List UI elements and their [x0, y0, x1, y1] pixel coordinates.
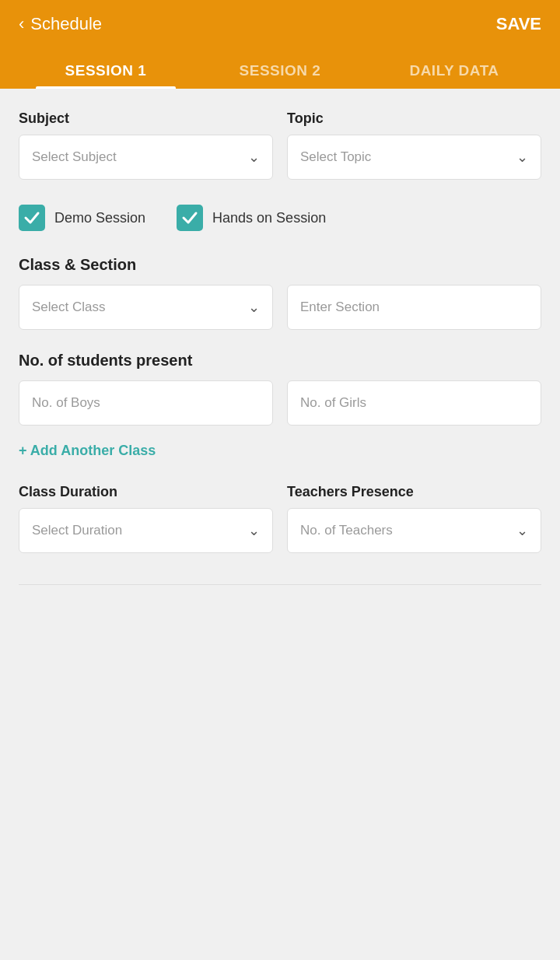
duration-placeholder: Select Duration	[32, 523, 122, 538]
girls-field-group: No. of Girls	[287, 380, 541, 426]
add-another-class-button[interactable]: + Add Another Class	[19, 443, 156, 459]
section-field-group: Enter Section	[287, 285, 541, 330]
tab-session2[interactable]: SESSION 2	[193, 51, 367, 89]
demo-session-checkbox[interactable]	[19, 205, 45, 231]
topic-select-placeholder: Select Topic	[300, 149, 371, 165]
subject-select[interactable]: Select Subject ⌄	[19, 135, 273, 180]
class-duration-field-group: Class Duration Select Duration ⌄	[19, 484, 273, 553]
topic-chevron-icon: ⌄	[516, 149, 528, 166]
topic-label: Topic	[287, 110, 541, 127]
chevron-left-icon: ‹	[19, 14, 24, 34]
duration-select[interactable]: Select Duration ⌄	[19, 508, 273, 553]
subject-label: Subject	[19, 110, 273, 127]
class-field-group: Select Class ⌄	[19, 285, 273, 330]
duration-chevron-icon: ⌄	[248, 522, 260, 539]
checkmark-icon	[181, 209, 198, 226]
class-select[interactable]: Select Class ⌄	[19, 285, 273, 330]
subject-topic-row: Subject Select Subject ⌄ Topic Select To…	[19, 110, 541, 180]
tabs-bar: SESSION 1 SESSION 2 DAILY DATA	[19, 51, 541, 89]
hands-on-session-checkbox[interactable]	[177, 205, 203, 231]
teachers-presence-label: Teachers Presence	[287, 484, 541, 500]
form-content: Subject Select Subject ⌄ Topic Select To…	[0, 89, 560, 616]
back-button[interactable]: ‹ Schedule	[19, 14, 102, 34]
girls-placeholder: No. of Girls	[300, 395, 366, 411]
teachers-chevron-icon: ⌄	[516, 522, 528, 539]
header-title: Schedule	[30, 14, 102, 34]
subject-field-group: Subject Select Subject ⌄	[19, 110, 273, 180]
header-top: ‹ Schedule SAVE	[19, 14, 541, 34]
duration-teachers-labels-row: Class Duration Select Duration ⌄ Teacher…	[19, 484, 541, 553]
class-chevron-icon: ⌄	[248, 299, 260, 316]
subject-select-placeholder: Select Subject	[32, 149, 117, 165]
hands-on-session-label: Hands on Session	[212, 210, 326, 226]
boys-input[interactable]: No. of Boys	[19, 380, 273, 426]
section-placeholder: Enter Section	[300, 300, 380, 315]
session-checkboxes: Demo Session Hands on Session	[19, 205, 541, 231]
bottom-divider	[19, 584, 541, 585]
topic-select[interactable]: Select Topic ⌄	[287, 135, 541, 180]
boys-field-group: No. of Boys	[19, 380, 273, 426]
teachers-select[interactable]: No. of Teachers ⌄	[287, 508, 541, 553]
subject-chevron-icon: ⌄	[248, 149, 260, 166]
tab-daily-data[interactable]: DAILY DATA	[367, 51, 541, 89]
class-section-label: Class & Section	[19, 256, 541, 274]
students-present-label: No. of students present	[19, 352, 541, 370]
teachers-presence-field-group: Teachers Presence No. of Teachers ⌄	[287, 484, 541, 553]
section-input[interactable]: Enter Section	[287, 285, 541, 330]
hands-on-session-item: Hands on Session	[177, 205, 326, 231]
checkmark-icon	[23, 209, 40, 226]
girls-input[interactable]: No. of Girls	[287, 380, 541, 426]
demo-session-item: Demo Session	[19, 205, 145, 231]
topic-field-group: Topic Select Topic ⌄	[287, 110, 541, 180]
header: ‹ Schedule SAVE SESSION 1 SESSION 2 DAIL…	[0, 0, 560, 89]
boys-placeholder: No. of Boys	[32, 395, 100, 411]
teachers-placeholder: No. of Teachers	[300, 523, 393, 538]
class-select-placeholder: Select Class	[32, 300, 105, 315]
save-button[interactable]: SAVE	[496, 14, 541, 34]
demo-session-label: Demo Session	[54, 210, 145, 226]
students-row: No. of Boys No. of Girls	[19, 380, 541, 426]
class-duration-label: Class Duration	[19, 484, 273, 500]
tab-session1[interactable]: SESSION 1	[19, 51, 193, 89]
class-section-row: Select Class ⌄ Enter Section	[19, 285, 541, 330]
